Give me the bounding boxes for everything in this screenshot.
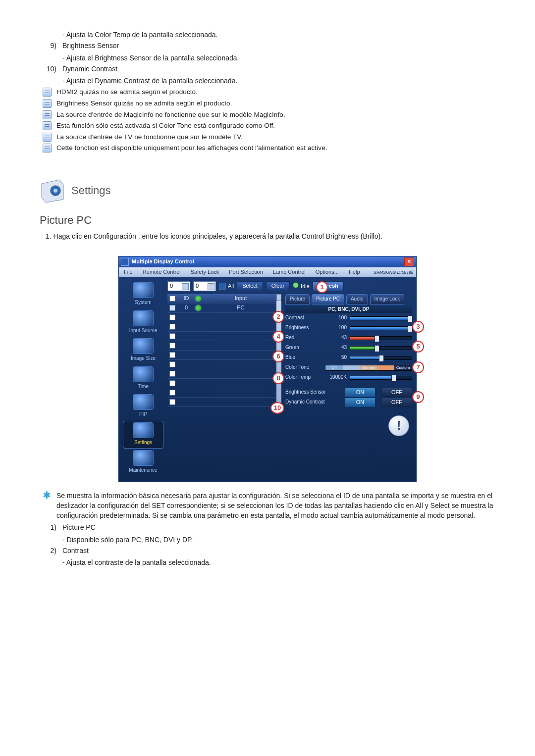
table-row[interactable] bbox=[167, 313, 276, 322]
callout-1: 1 bbox=[316, 281, 328, 293]
callout-9: 9 bbox=[412, 391, 424, 403]
help-icon[interactable]: ! bbox=[388, 415, 409, 436]
status-indicator-icon bbox=[195, 295, 202, 302]
display-table: ID Input 0 PC bbox=[167, 294, 276, 407]
param-blue: Blue 50 bbox=[285, 353, 412, 363]
window-title: Multiple Display Control bbox=[132, 258, 404, 266]
menu-lamp[interactable]: Lamp Control bbox=[268, 268, 311, 276]
green-slider[interactable] bbox=[350, 346, 412, 350]
note-5: La source d'entrée de TV ne fonctionne q… bbox=[43, 132, 495, 142]
side-system[interactable]: System bbox=[123, 281, 163, 308]
tab-image-lock[interactable]: Image Lock bbox=[370, 294, 405, 304]
item10: 10) Dynamic Contrast bbox=[40, 64, 495, 74]
tab-audio[interactable]: Audio bbox=[346, 294, 368, 304]
post1: 1) Picture PC bbox=[40, 522, 495, 532]
colortone-slider[interactable]: Off Normal Custom bbox=[325, 365, 412, 371]
menu-remote[interactable]: Remote Control bbox=[138, 268, 186, 276]
sub-heading: Picture PC bbox=[40, 212, 495, 228]
side-settings[interactable]: Settings bbox=[123, 421, 163, 449]
intro-text: Haga clic en Configuración , entre los i… bbox=[54, 232, 383, 240]
app-window: Multiple Display Control × File Remote C… bbox=[118, 256, 417, 482]
tab-picture-pc[interactable]: Picture PC bbox=[312, 294, 344, 304]
bsensor-on-button[interactable]: ON bbox=[345, 388, 375, 398]
input-icon bbox=[133, 310, 154, 326]
table-row[interactable] bbox=[167, 341, 276, 351]
callout-10: 10 bbox=[270, 402, 284, 414]
table-row[interactable] bbox=[167, 351, 276, 360]
blue-slider[interactable] bbox=[350, 356, 412, 360]
system-icon bbox=[133, 282, 154, 298]
titlebar: Multiple Display Control × bbox=[119, 256, 416, 267]
select-button[interactable]: Select bbox=[237, 281, 263, 291]
colortemp-slider[interactable] bbox=[350, 376, 412, 380]
post1-sub: - Disponible sólo para PC, BNC, DVI y DP… bbox=[62, 535, 495, 545]
table-row[interactable]: 0 PC bbox=[167, 303, 276, 313]
param-contrast: Contrast 100 bbox=[285, 313, 412, 323]
table-row[interactable] bbox=[167, 332, 276, 341]
svg-point-2 bbox=[54, 189, 57, 193]
dcontrast-off-button[interactable]: OFF bbox=[381, 398, 412, 407]
param-green: Green 43 bbox=[285, 343, 412, 353]
item9-num: 9) bbox=[43, 41, 56, 50]
callout-5: 5 bbox=[412, 341, 424, 353]
menu-options[interactable]: Options... bbox=[311, 268, 344, 276]
item10-sub: - Ajusta el Dynamic Contrast de la panta… bbox=[62, 76, 495, 86]
side-maintenance[interactable]: Maintenance bbox=[123, 449, 163, 476]
note-3: La source d'entrée de MagicInfo ne fonct… bbox=[43, 110, 495, 120]
side-input[interactable]: Input Source bbox=[123, 309, 163, 337]
item10-label: Dynamic Contrast bbox=[62, 65, 117, 73]
side-imagesize[interactable]: Image Size bbox=[123, 337, 163, 364]
imagesize-icon bbox=[133, 338, 154, 354]
menu-file[interactable]: File bbox=[119, 268, 138, 276]
all-checkbox[interactable]: All bbox=[219, 282, 234, 290]
note-2: Brightness Sensor quizás no se admita se… bbox=[43, 99, 495, 108]
idle-radio[interactable]: Idle bbox=[293, 282, 310, 291]
callout-6: 6 bbox=[272, 351, 284, 362]
note-icon bbox=[43, 110, 52, 119]
red-slider[interactable] bbox=[350, 336, 412, 340]
param-brightness: Brightness 100 bbox=[285, 323, 412, 333]
table-row[interactable] bbox=[167, 379, 276, 388]
callout-7: 7 bbox=[412, 361, 424, 373]
section-heading: Settings bbox=[40, 178, 495, 203]
dcontrast-on-button[interactable]: ON bbox=[345, 398, 375, 407]
side-time[interactable]: Time bbox=[123, 365, 163, 393]
menu-port[interactable]: Port Selection bbox=[224, 268, 268, 276]
note-icon bbox=[43, 88, 52, 97]
id-from-dropdown[interactable]: 0 bbox=[167, 281, 190, 291]
menubar: File Remote Control Safety Lock Port Sel… bbox=[119, 267, 416, 277]
close-button[interactable]: × bbox=[404, 257, 414, 266]
brightness-slider[interactable] bbox=[350, 326, 412, 330]
param-colortemp: Color Temp 10000K bbox=[285, 373, 412, 383]
star-note: ✱ Se muestra la información básica neces… bbox=[43, 491, 495, 521]
callout-4: 4 bbox=[272, 331, 284, 343]
table-row[interactable] bbox=[167, 388, 276, 398]
item9-label: Brightness Sensor bbox=[62, 42, 119, 50]
table-row[interactable] bbox=[167, 322, 276, 332]
menu-safety[interactable]: Safety Lock bbox=[186, 268, 224, 276]
table-row[interactable] bbox=[167, 360, 276, 369]
settings-icon bbox=[133, 422, 154, 438]
contrast-slider[interactable] bbox=[350, 316, 412, 320]
settings-panel: Picture Picture PC Audio Image Lock PC, … bbox=[285, 294, 412, 407]
intro-row: 1. Haga clic en Configuración , entre lo… bbox=[46, 231, 495, 241]
pip-icon bbox=[133, 394, 154, 410]
param-dcontrast: Dynamic Contrast ON OFF bbox=[285, 398, 412, 407]
side-pip[interactable]: PIP bbox=[123, 393, 163, 420]
note-1: HDMI2 quizás no se admita según el produ… bbox=[43, 87, 495, 97]
main-area: 0 0 All Select Clear Idle Refresh ID Inp… bbox=[163, 281, 412, 477]
clear-button[interactable]: Clear bbox=[266, 281, 290, 291]
col-input: Input bbox=[205, 295, 276, 302]
intro-num: 1. bbox=[46, 232, 52, 240]
tab-picture[interactable]: Picture bbox=[285, 294, 310, 304]
param-red: Red 43 bbox=[285, 333, 412, 343]
menu-help[interactable]: Help bbox=[344, 268, 365, 276]
callout-3: 3 bbox=[412, 321, 424, 333]
sidebar: System Input Source Image Size Time PIP … bbox=[123, 281, 163, 477]
id-to-dropdown[interactable]: 0 bbox=[193, 281, 216, 291]
table-row[interactable] bbox=[167, 369, 276, 379]
table-row[interactable] bbox=[167, 398, 276, 407]
item8-sub: - Ajusta la Color Temp de la pantalla se… bbox=[62, 30, 495, 40]
note-icon bbox=[43, 99, 52, 108]
bsensor-off-button[interactable]: OFF bbox=[381, 388, 412, 398]
